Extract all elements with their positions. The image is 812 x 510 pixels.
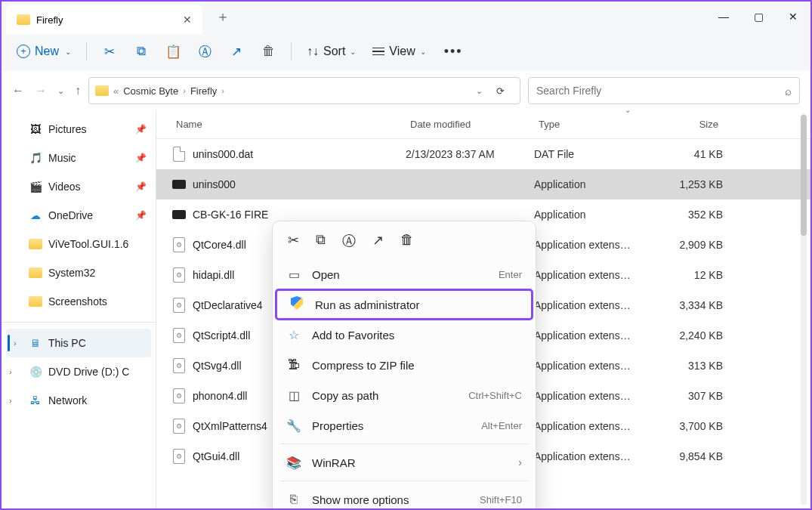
delete-button[interactable]: 🗑 bbox=[253, 36, 283, 66]
file-type: Application bbox=[534, 178, 655, 190]
delete-icon[interactable]: 🗑 bbox=[400, 232, 414, 250]
ctx-run-as-admin[interactable]: Run as administrator bbox=[276, 289, 533, 320]
share-icon[interactable]: ↗ bbox=[372, 232, 384, 250]
folder-icon bbox=[29, 296, 42, 307]
file-type: Application extens… bbox=[534, 360, 655, 372]
view-button[interactable]: View ⌄ bbox=[365, 40, 433, 63]
window-tab[interactable]: Firefly ✕ bbox=[6, 5, 202, 35]
separator bbox=[291, 42, 292, 60]
sort-label: Sort bbox=[323, 45, 345, 58]
search-box[interactable]: ⌕ bbox=[528, 77, 800, 104]
share-button[interactable]: ↗ bbox=[221, 36, 252, 66]
app-icon bbox=[172, 210, 186, 219]
col-name[interactable]: Name bbox=[171, 119, 406, 130]
more-button[interactable]: ••• bbox=[435, 44, 472, 60]
new-tab-button[interactable]: ＋ bbox=[208, 3, 237, 30]
col-type[interactable]: Type bbox=[534, 119, 655, 130]
pictures-icon: 🖼 bbox=[29, 123, 42, 135]
chevron-right-icon[interactable]: › bbox=[9, 367, 12, 376]
new-button[interactable]: + New ⌄ bbox=[9, 40, 79, 63]
chevron-right-icon[interactable]: › bbox=[14, 338, 17, 348]
file-size: 3,334 KB bbox=[655, 299, 723, 311]
sort-button[interactable]: ↑↓ Sort ⌄ bbox=[299, 40, 363, 63]
sidebar-item-thispc[interactable]: ›🖥This PC bbox=[6, 329, 151, 357]
file-type: Application extens… bbox=[534, 299, 655, 311]
chevron-right-icon[interactable]: › bbox=[9, 396, 12, 405]
sidebar-item-videos[interactable]: 🎬Videos📌 bbox=[2, 172, 156, 201]
minimize-button[interactable]: — bbox=[706, 2, 741, 32]
sidebar-item-system32[interactable]: System32 bbox=[2, 258, 156, 287]
recent-dropdown[interactable]: ⌄ bbox=[57, 86, 64, 96]
breadcrumb[interactable]: « Cosmic Byte › Firefly › ⌄ ⟳ bbox=[88, 77, 520, 104]
scrollbar-vertical[interactable] bbox=[798, 110, 809, 508]
view-icon bbox=[372, 48, 384, 56]
chevron-down-icon[interactable]: ⌄ bbox=[476, 86, 483, 96]
new-label: New bbox=[35, 45, 59, 58]
file-size: 12 KB bbox=[655, 269, 723, 281]
close-window-button[interactable]: ✕ bbox=[776, 2, 810, 32]
file-name: CB-GK-16 FIRE bbox=[193, 209, 406, 221]
tab-title: Firefly bbox=[36, 14, 63, 26]
sidebar-item-vivetool[interactable]: ViVeTool.GUI.1.6 bbox=[2, 230, 156, 258]
refresh-button[interactable]: ⟳ bbox=[487, 85, 514, 97]
forward-button[interactable]: → bbox=[35, 84, 47, 97]
separator bbox=[280, 444, 528, 444]
address-bar-row: ← → ⌄ ↑ « Cosmic Byte › Firefly › ⌄ ⟳ ⌕ bbox=[2, 71, 810, 110]
pin-icon: 📌 bbox=[135, 124, 147, 134]
copy-icon[interactable]: ⧉ bbox=[316, 232, 326, 250]
separator bbox=[280, 481, 528, 481]
cut-icon[interactable]: ✂ bbox=[288, 232, 299, 250]
sidebar-item-onedrive[interactable]: ☁OneDrive📌 bbox=[2, 201, 156, 230]
file-type: Application extens… bbox=[534, 420, 655, 432]
sidebar-item-network[interactable]: ›🖧Network bbox=[2, 386, 156, 415]
wrench-icon: 🔧 bbox=[286, 419, 301, 433]
ctx-add-favorites[interactable]: ☆Add to Favorites bbox=[273, 320, 536, 350]
sidebar-item-pictures[interactable]: 🖼Pictures📌 bbox=[2, 115, 156, 144]
plus-circle-icon: + bbox=[17, 45, 30, 58]
context-menu: ✂ ⧉ Ⓐ ↗ 🗑 ▭OpenEnter Run as administrato… bbox=[272, 221, 536, 510]
rename-icon[interactable]: Ⓐ bbox=[342, 232, 356, 250]
pin-icon: 📌 bbox=[135, 153, 147, 163]
paste-button[interactable]: 📋 bbox=[158, 36, 188, 66]
ctx-winrar[interactable]: 📚WinRAR› bbox=[273, 447, 536, 478]
dll-icon bbox=[173, 449, 185, 464]
sidebar-item-dvd[interactable]: ›💿DVD Drive (D:) C bbox=[2, 357, 156, 386]
file-type: Application extens… bbox=[534, 329, 655, 342]
crumb-segment[interactable]: Firefly bbox=[190, 85, 217, 97]
search-input[interactable] bbox=[536, 85, 785, 97]
col-size[interactable]: Size bbox=[655, 119, 723, 130]
ctx-properties[interactable]: 🔧PropertiesAlt+Enter bbox=[273, 410, 536, 440]
dll-icon bbox=[173, 298, 185, 313]
sidebar: 🖼Pictures📌 🎵Music📌 🎬Videos📌 ☁OneDrive📌 V… bbox=[2, 110, 156, 508]
ctx-compress-zip[interactable]: 🗜Compress to ZIP file bbox=[273, 350, 536, 380]
sort-icon: ↑↓ bbox=[307, 45, 319, 58]
zip-icon: 🗜 bbox=[286, 358, 301, 372]
file-size: 2,909 KB bbox=[655, 239, 723, 251]
close-tab-icon[interactable]: ✕ bbox=[183, 14, 192, 26]
copy-button[interactable]: ⧉ bbox=[126, 36, 156, 66]
ctx-open[interactable]: ▭OpenEnter bbox=[273, 259, 536, 289]
file-size: 313 KB bbox=[655, 360, 723, 372]
ctx-show-more[interactable]: ⎘Show more optionsShift+F10 bbox=[273, 484, 536, 510]
music-icon: 🎵 bbox=[29, 152, 42, 164]
back-button[interactable]: ← bbox=[12, 84, 24, 97]
sidebar-item-screenshots[interactable]: Screenshots bbox=[2, 287, 156, 316]
crumb-segment[interactable]: Cosmic Byte bbox=[123, 85, 178, 97]
table-row[interactable]: unins000.dat2/13/2023 8:37 AMDAT File41 … bbox=[156, 139, 810, 169]
table-row[interactable]: unins000Application1,253 KB bbox=[156, 169, 810, 199]
rename-button[interactable]: Ⓐ bbox=[190, 36, 220, 66]
file-type: Application extens… bbox=[534, 450, 655, 462]
maximize-button[interactable]: ▢ bbox=[741, 2, 776, 32]
more-icon: ⎘ bbox=[286, 493, 301, 506]
col-date[interactable]: Date modified bbox=[406, 119, 534, 130]
sidebar-item-music[interactable]: 🎵Music📌 bbox=[2, 144, 156, 172]
ctx-copy-path[interactable]: ◫Copy as pathCtrl+Shift+C bbox=[273, 380, 536, 410]
cut-button[interactable]: ✂ bbox=[94, 36, 125, 66]
dll-icon bbox=[173, 419, 185, 434]
up-button[interactable]: ↑ bbox=[75, 84, 81, 97]
chevron-down-icon: ⌄ bbox=[65, 48, 71, 56]
file-type: DAT File bbox=[534, 148, 655, 160]
separator bbox=[2, 322, 156, 323]
chevron-down-icon[interactable]: ⌄ bbox=[625, 110, 631, 114]
scroll-thumb[interactable] bbox=[801, 115, 807, 236]
